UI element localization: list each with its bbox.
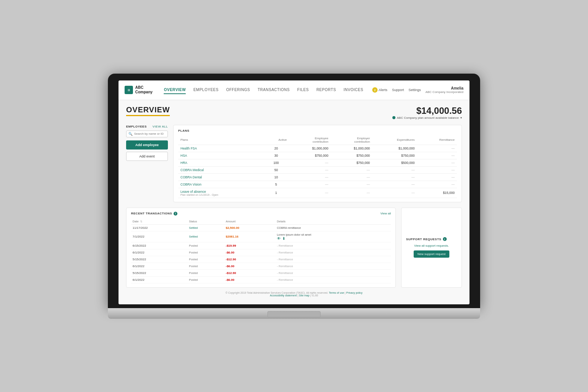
plan-name-link[interactable]: Leave of absence <box>180 190 206 194</box>
plan-row: Health FSA 20 $1,000,000 $1,000,000 $1,0… <box>178 145 457 152</box>
plans-panel: PLANS Plans Active Employeecontribution … <box>173 125 462 202</box>
plan-name-link[interactable]: COBRA Vision <box>180 183 201 186</box>
view-support-requests-link[interactable]: View all support requests. <box>414 244 449 247</box>
plan-remittance: — <box>417 159 457 166</box>
nav-employees[interactable]: EMPLOYEES <box>193 86 218 94</box>
bottom-row: RECENT TRANSACTIONS i View all Date ⇅ St… <box>126 208 462 288</box>
plan-row: COBRA Vision 5 — — — — <box>178 181 457 188</box>
plans-table: Plans Active Employeecontribution Employ… <box>178 135 457 198</box>
employee-search-input[interactable] <box>134 132 166 135</box>
add-event-button[interactable]: Add event <box>126 152 168 161</box>
transactions-table: Date ⇅ Status Amount Details 11/17/2022 … <box>131 219 391 283</box>
plan-expenditures: $1,000,000 <box>372 145 417 152</box>
trans-amount: -$12.90 <box>224 256 275 263</box>
transactions-panel: RECENT TRANSACTIONS i View all Date ⇅ St… <box>126 208 396 288</box>
plan-expenditures: $500,000 <box>372 159 417 166</box>
trans-details: - Remittance <box>275 249 391 256</box>
plan-name-cell: HSA <box>178 152 263 159</box>
plan-employer-contrib: — <box>330 166 372 173</box>
nav-files[interactable]: FILES <box>297 86 309 94</box>
trans-amount: -$6.00 <box>224 263 275 269</box>
view-icon[interactable]: 👁 <box>277 236 281 241</box>
plan-name-cell: COBRA Dental <box>178 173 263 181</box>
plan-employee-contrib: $750,000 <box>289 152 330 159</box>
plan-name-cell: HRA <box>178 159 263 166</box>
plan-remittance: — <box>417 181 457 188</box>
screen: ⊞ ABC Company OVERVIEW EMPLOYEES OFFERIN… <box>119 80 469 304</box>
balance-label: ABC Company plan amount available balanc… <box>392 116 462 120</box>
trans-amount: -$12.90 <box>224 269 275 276</box>
new-support-request-button[interactable]: New support request <box>414 250 449 258</box>
sort-icon: ⇅ <box>140 220 142 223</box>
plan-employer-contrib: — <box>330 181 372 188</box>
trans-details: - Remittance <box>275 276 391 283</box>
plan-name-link[interactable]: COBRA Dental <box>180 175 202 179</box>
plan-name-link[interactable]: COBRA Medical <box>180 168 204 172</box>
trans-details: - Remittance <box>275 256 391 263</box>
footer-secondary: Accessibility statement | Site map | v1.… <box>134 294 454 297</box>
alert-badge: 2 <box>372 87 378 93</box>
overview-header: OVERVIEW $14,000.56 ABC Company plan amo… <box>126 105 462 120</box>
plan-name-cell: COBRA Medical <box>178 166 263 173</box>
transactions-header: RECENT TRANSACTIONS i View all <box>131 212 391 216</box>
trans-status: Settled <box>187 224 224 231</box>
transaction-row: 5/15/2022 Posted -$12.90 - Remittance <box>131 256 391 263</box>
transaction-row: 6/15/2022 Posted -$19.99 - Remittance <box>131 242 391 249</box>
plan-active: 1 <box>263 188 289 198</box>
user-menu[interactable]: Amelia ABC Company Incorporated <box>425 86 463 94</box>
footer-privacy-link[interactable]: Privacy policy <box>346 291 363 294</box>
trans-date: 11/17/2022 <box>131 224 187 231</box>
plan-employee-contrib: — <box>289 159 330 166</box>
footer-sitemap-link[interactable]: Site map <box>299 294 310 297</box>
search-icon: 🔍 <box>128 132 133 136</box>
plan-name-cell: Leave of absence Plan started on 1/1/201… <box>178 188 263 198</box>
col-employee-contrib: Employeecontribution <box>289 135 330 145</box>
plan-name-link[interactable]: Health FSA <box>180 146 197 150</box>
trans-date: 6/1/2022 <box>131 276 187 283</box>
trans-details: - Remittance <box>275 269 391 276</box>
nav-offerings[interactable]: OFFERINGS <box>226 86 250 94</box>
trans-date: 6/1/2022 <box>131 249 187 256</box>
trans-amount: -$6.00 <box>224 276 275 283</box>
download-icon[interactable]: ⬇ <box>282 236 285 241</box>
plan-name-link[interactable]: HRA <box>180 161 187 165</box>
add-employee-button[interactable]: Add employee <box>126 140 168 150</box>
alerts-button[interactable]: 2 Alerts <box>372 87 387 93</box>
logo-icon: ⊞ <box>125 86 133 94</box>
trans-date: 5/15/2022 <box>131 269 187 276</box>
settings-link[interactable]: Settings <box>408 88 421 92</box>
plan-expenditures: — <box>372 181 417 188</box>
screen-bezel: ⊞ ABC Company OVERVIEW EMPLOYEES OFFERIN… <box>108 74 480 308</box>
plan-row: Leave of absence Plan started on 1/1/201… <box>178 188 457 198</box>
col-plans: Plans <box>178 135 263 145</box>
transactions-view-all[interactable]: View all <box>381 212 391 215</box>
trans-status: Posted <box>187 256 224 263</box>
plan-employer-contrib: $1,000,000 <box>330 145 372 152</box>
trackpad <box>267 311 321 317</box>
support-title: SUPPORT REQUESTS i <box>406 237 447 241</box>
trans-details: Lorem ipsum dolor sit amet 👁 ⬇ <box>275 231 391 242</box>
nav-reports[interactable]: REPORTS <box>316 86 336 94</box>
support-link[interactable]: Support <box>392 88 404 92</box>
laptop: ⊞ ABC Company OVERVIEW EMPLOYEES OFFERIN… <box>108 74 480 319</box>
plan-row: HSA 30 $750,000 $750,000 $750,000 — <box>178 152 457 159</box>
footer-copyright: © Copyright 2019 Total Administrative Se… <box>134 291 454 294</box>
col-status: Status <box>187 219 224 225</box>
footer-accessibility-link[interactable]: Accessibility statement <box>270 294 297 297</box>
employees-view-all[interactable]: View all <box>153 125 168 128</box>
footer-terms-link[interactable]: Terms of use <box>329 291 344 294</box>
employee-search-box[interactable]: 🔍 <box>126 131 168 137</box>
plan-employee-contrib: — <box>289 188 330 198</box>
nav-transactions[interactable]: TRANSACTIONS <box>258 86 289 94</box>
plan-remittance: $15,000 <box>417 188 457 198</box>
nav-invoices[interactable]: INVOICES <box>344 86 364 94</box>
nav-overview[interactable]: OVERVIEW <box>164 86 186 94</box>
plan-name-link[interactable]: HSA <box>180 154 187 157</box>
plan-remittance: — <box>417 173 457 181</box>
trans-status: Posted <box>187 276 224 283</box>
plan-expenditures: $750,000 <box>372 152 417 159</box>
support-info-icon: i <box>443 237 447 241</box>
main-content-row: EMPLOYEES View all 🔍 Add employee Add ev… <box>126 125 462 202</box>
plan-expenditures: — <box>372 173 417 181</box>
plan-active: 20 <box>263 145 289 152</box>
